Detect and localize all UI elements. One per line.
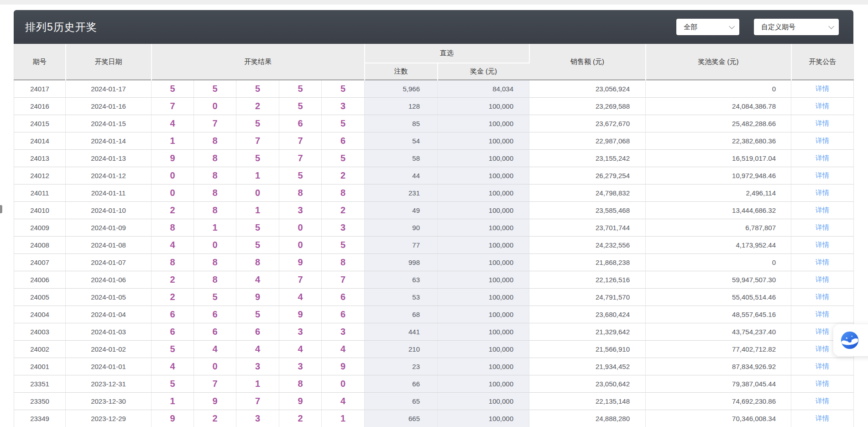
sales-cell: 22,135,148 xyxy=(529,392,646,410)
floating-widget-button[interactable] xyxy=(833,324,868,356)
sales-cell: 23,585,468 xyxy=(529,201,646,219)
prize-cell: 100,000 xyxy=(438,132,529,149)
period-cell: 23349 xyxy=(14,410,66,427)
bets-cell: 66 xyxy=(365,375,438,392)
left-edge-handle[interactable] xyxy=(0,205,2,213)
lottery-type-dropdown[interactable]: 全部 xyxy=(676,19,739,35)
detail-link[interactable]: 详情 xyxy=(816,397,829,405)
bets-cell: 441 xyxy=(365,323,438,340)
pool-cell: 2,496,114 xyxy=(646,184,791,201)
sales-cell: 21,934,452 xyxy=(529,358,646,375)
draw-number-cell: 7 xyxy=(236,392,279,410)
draw-number-cell: 2 xyxy=(279,410,322,427)
draw-number-cell: 2 xyxy=(152,288,194,306)
draw-number-cell: 6 xyxy=(279,115,322,132)
prize-cell: 100,000 xyxy=(438,97,529,115)
detail-link[interactable]: 详情 xyxy=(816,223,829,231)
detail-link[interactable]: 详情 xyxy=(816,310,829,318)
detail-link[interactable]: 详情 xyxy=(816,137,829,144)
draw-number-cell: 6 xyxy=(236,323,279,340)
draw-number-cell: 5 xyxy=(322,149,365,167)
draw-number-cell: 9 xyxy=(152,410,194,427)
draw-number-cell: 4 xyxy=(279,288,322,306)
detail-link[interactable]: 详情 xyxy=(816,362,829,370)
draw-number-cell: 7 xyxy=(279,132,322,149)
bets-cell: 231 xyxy=(365,184,438,201)
detail-link[interactable]: 详情 xyxy=(816,345,829,353)
detail-link[interactable]: 详情 xyxy=(816,189,829,196)
draw-number-cell: 8 xyxy=(279,184,322,201)
page-title: 排列5历史开奖 xyxy=(25,20,97,34)
period-cell: 24008 xyxy=(14,236,66,253)
draw-number-cell: 0 xyxy=(152,184,194,201)
table-row: 240122024-01-120815244100,00026,279,2541… xyxy=(14,167,854,184)
period-cell: 24010 xyxy=(14,201,66,219)
sales-cell: 21,868,238 xyxy=(529,253,646,271)
period-cell: 24012 xyxy=(14,167,66,184)
table-row: 240072024-01-0788898998100,00021,868,238… xyxy=(14,253,854,271)
announcement-cell: 详情 xyxy=(791,375,854,392)
detail-link[interactable]: 详情 xyxy=(816,171,829,179)
history-panel: 排列5历史开奖 全部 自定义期号 期号 开奖日期 开奖结果 直选 销售额 (元)… xyxy=(14,10,853,427)
prize-cell: 100,000 xyxy=(438,201,529,219)
table-row: 233512023-12-315718066100,00023,050,6427… xyxy=(14,375,854,392)
draw-number-cell: 5 xyxy=(279,97,322,115)
prize-cell: 100,000 xyxy=(438,149,529,167)
detail-link[interactable]: 详情 xyxy=(816,206,829,214)
draw-number-cell: 5 xyxy=(279,167,322,184)
detail-link[interactable]: 详情 xyxy=(816,275,829,283)
bets-cell: 63 xyxy=(365,271,438,288)
detail-link[interactable]: 详情 xyxy=(816,84,829,92)
table-row: 240162024-01-1670253128100,00023,269,588… xyxy=(14,97,854,115)
draw-number-cell: 6 xyxy=(322,288,365,306)
bets-cell: 5,966 xyxy=(365,80,438,97)
announcement-cell: 详情 xyxy=(791,149,854,167)
draw-number-cell: 2 xyxy=(322,167,365,184)
draw-number-cell: 3 xyxy=(322,323,365,340)
prize-cell: 100,000 xyxy=(438,410,529,427)
detail-link[interactable]: 详情 xyxy=(816,293,829,300)
detail-link[interactable]: 详情 xyxy=(816,414,829,422)
draw-number-cell: 5 xyxy=(152,375,194,392)
detail-link[interactable]: 详情 xyxy=(816,327,829,335)
draw-number-cell: 3 xyxy=(279,323,322,340)
detail-link[interactable]: 详情 xyxy=(816,258,829,266)
sales-cell: 23,056,924 xyxy=(529,80,646,97)
header-period: 期号 xyxy=(14,44,66,80)
detail-link[interactable]: 详情 xyxy=(816,102,829,110)
announcement-cell: 详情 xyxy=(791,253,854,271)
detail-link[interactable]: 详情 xyxy=(816,119,829,127)
sales-cell: 23,269,588 xyxy=(529,97,646,115)
bets-cell: 665 xyxy=(365,410,438,427)
header-sales: 销售额 (元) xyxy=(529,44,646,80)
draw-number-cell: 4 xyxy=(322,392,365,410)
detail-link[interactable]: 详情 xyxy=(816,154,829,162)
period-cell: 23351 xyxy=(14,375,66,392)
prize-cell: 100,000 xyxy=(438,167,529,184)
draw-number-cell: 9 xyxy=(236,288,279,306)
bets-cell: 68 xyxy=(365,306,438,323)
sales-cell: 24,888,280 xyxy=(529,410,646,427)
draw-number-cell: 1 xyxy=(236,201,279,219)
draw-number-cell: 7 xyxy=(236,132,279,149)
draw-number-cell: 2 xyxy=(152,271,194,288)
detail-link[interactable]: 详情 xyxy=(816,241,829,248)
pool-cell: 0 xyxy=(646,80,791,97)
period-cell: 24017 xyxy=(14,80,66,97)
draw-number-cell: 6 xyxy=(322,132,365,149)
detail-link[interactable]: 详情 xyxy=(816,380,829,387)
date-cell: 2024-01-09 xyxy=(66,219,152,236)
period-cell: 24009 xyxy=(14,219,66,236)
bets-cell: 128 xyxy=(365,97,438,115)
announcement-cell: 详情 xyxy=(791,201,854,219)
date-cell: 2024-01-13 xyxy=(66,149,152,167)
period-range-dropdown[interactable]: 自定义期号 xyxy=(754,19,839,35)
pool-cell: 13,444,686.32 xyxy=(646,201,791,219)
draw-number-cell: 3 xyxy=(322,219,365,236)
draw-number-cell: 8 xyxy=(279,375,322,392)
draw-number-cell: 0 xyxy=(194,236,236,253)
sales-cell: 23,680,424 xyxy=(529,306,646,323)
announcement-cell: 详情 xyxy=(791,97,854,115)
table-row: 240092024-01-098150390100,00023,701,7446… xyxy=(14,219,854,236)
table-row: 240062024-01-062847763100,00022,126,5165… xyxy=(14,271,854,288)
